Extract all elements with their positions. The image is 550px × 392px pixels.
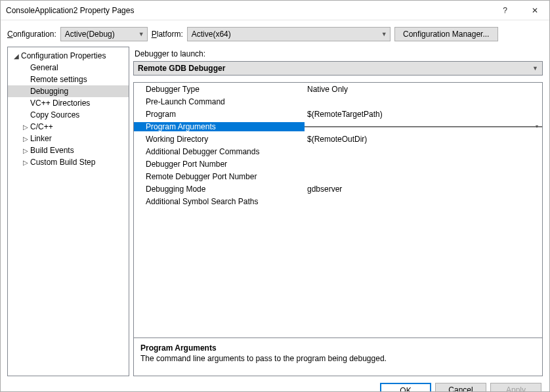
property-row[interactable]: Pre-Launch Command [134,95,542,108]
expander-open-icon[interactable]: ◢ [12,53,21,60]
property-value[interactable]: ▾ [305,126,542,127]
debugger-launch-value: Remote GDB Debugger [138,64,532,73]
expander-closed-icon[interactable]: ▷ [21,147,30,154]
property-name: Additional Debugger Commands [134,147,305,156]
tree-item[interactable]: ▷Linker [8,133,129,144]
property-name: Remote Debugger Port Number [134,172,305,181]
property-name: Additional Symbol Search Paths [134,197,305,206]
description-body: The command line arguments to pass to th… [140,354,536,363]
property-row[interactable]: Working Directory$(RemoteOutDir) [134,133,542,145]
platform-combo[interactable]: Active(x64) ▼ [187,27,391,41]
help-button[interactable]: ? [490,1,520,20]
tree-item-label: Debugging [30,87,68,96]
chevron-down-icon: ▼ [135,31,144,37]
expander-closed-icon[interactable]: ▷ [21,135,30,142]
property-value[interactable]: Native Only [305,85,542,94]
property-row[interactable]: Debugging Modegdbserver [134,183,542,195]
property-row[interactable]: Additional Symbol Search Paths [134,195,542,207]
property-value[interactable]: gdbserver [305,185,542,194]
tree-item-label: Copy Sources [30,110,79,120]
tree-item[interactable]: ▷Custom Build Step [8,156,129,168]
dialog-footer: OK Cancel Apply [1,380,549,392]
chevron-down-icon: ▼ [377,31,387,37]
property-row[interactable]: Remote Debugger Port Number [134,170,542,183]
property-row[interactable]: Additional Debugger Commands [134,145,542,158]
description-title: Program Arguments [140,343,536,353]
debugger-launch-combo[interactable]: Remote GDB Debugger ▼ [133,61,543,76]
cancel-button[interactable]: Cancel [435,383,486,392]
apply-button[interactable]: Apply [490,383,541,392]
debugger-launch-label: Debugger to launch: [135,49,543,58]
configuration-manager-button[interactable]: Configuration Manager... [394,27,498,41]
property-name: Working Directory [134,135,305,144]
property-name: Debugging Mode [134,185,305,194]
property-name: Program [134,110,305,119]
platform-label: Platform: [152,30,183,39]
expander-closed-icon[interactable]: ▷ [21,159,30,166]
tree-item[interactable]: ▷Build Events [8,144,129,156]
property-name: Program Arguments [134,122,305,131]
tree-item[interactable]: Debugging [8,85,129,97]
tree-root-label: Configuration Properties [21,51,106,60]
tree-item-label: VC++ Directories [30,98,90,108]
configuration-combo[interactable]: Active(Debug) ▼ [60,27,148,41]
property-row[interactable]: Program Arguments▾ [134,120,542,133]
configuration-label: Configuration: [7,30,56,39]
tree-item[interactable]: VC++ Directories [8,97,129,109]
expander-closed-icon[interactable]: ▷ [21,123,30,131]
tree-item[interactable]: Copy Sources [8,109,129,121]
tree-root[interactable]: ◢ Configuration Properties [8,50,129,62]
property-grid: Debugger TypeNative OnlyPre-Launch Comma… [133,82,543,376]
tree-item[interactable]: Remote settings [8,74,129,85]
close-button[interactable]: ✕ [520,1,549,20]
property-row[interactable]: Debugger TypeNative Only [134,83,542,95]
property-name: Pre-Launch Command [134,97,305,106]
tree-item-label: General [30,63,58,72]
tree-item[interactable]: General [8,62,129,74]
tree-item-label: Remote settings [30,75,87,84]
window-title: ConsoleApplication2 Property Pages [6,6,490,15]
tree-item-label: C/C++ [30,122,53,131]
configuration-value: Active(Debug) [65,30,135,39]
property-value[interactable]: $(RemoteTargetPath) [305,110,542,119]
properties-tree[interactable]: ◢ Configuration Properties GeneralRemote… [7,47,129,376]
property-grid-body[interactable]: Debugger TypeNative OnlyPre-Launch Comma… [134,83,542,338]
property-row[interactable]: Debugger Port Number [134,158,542,170]
description-box: Program Arguments The command line argum… [134,338,542,376]
platform-value: Active(x64) [192,30,377,39]
tree-item-label: Build Events [30,146,74,155]
right-pane: Debugger to launch: Remote GDB Debugger … [133,47,543,376]
chevron-down-icon: ▼ [532,65,538,72]
tree-item-label: Linker [30,134,52,143]
property-name: Debugger Type [134,85,305,94]
tree-item[interactable]: ▷C/C++ [8,121,129,133]
property-row[interactable]: Program$(RemoteTargetPath) [134,108,542,120]
ok-button[interactable]: OK [380,383,431,392]
titlebar: ConsoleApplication2 Property Pages ? ✕ [1,1,549,20]
configuration-row: Configuration: Active(Debug) ▼ Platform:… [1,20,549,47]
tree-item-label: Custom Build Step [30,158,95,167]
property-value[interactable]: $(RemoteOutDir) [305,135,542,144]
property-name: Debugger Port Number [134,160,305,169]
